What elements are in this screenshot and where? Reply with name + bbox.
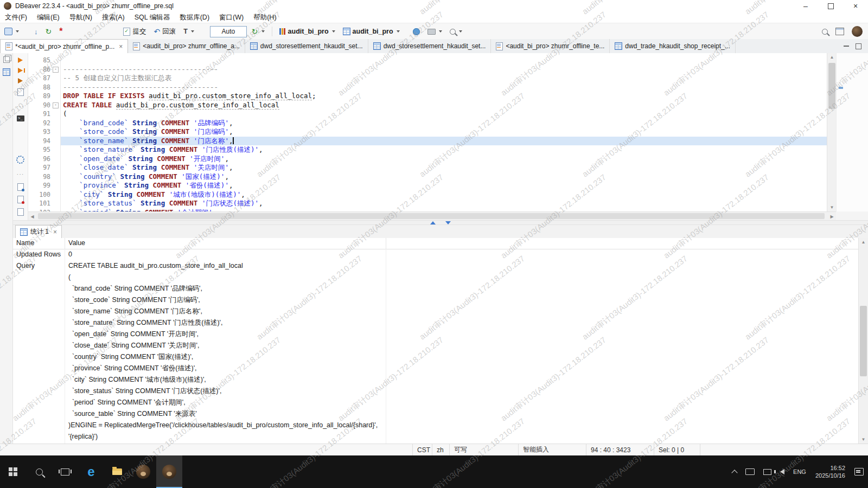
results-cell-value[interactable]: `store_name` String COMMENT '门店名称', (65, 306, 386, 317)
results-col-name[interactable]: Name (13, 238, 65, 249)
overflow-dots-icon[interactable] (17, 169, 24, 178)
results-cell-name[interactable] (13, 306, 65, 317)
editor-tab[interactable]: dwd_storesettlement_hkaudit_set... (245, 39, 368, 53)
dbeaver-avatar-icon[interactable] (852, 26, 863, 37)
code-line[interactable]: `brand_code` String COMMENT '品牌编码', (61, 119, 827, 128)
script-doc-icon[interactable] (17, 183, 24, 191)
refresh-connection-button[interactable]: ↻ (43, 25, 55, 38)
results-cell-value[interactable]: `close_date` String COMMENT '关店时间', (65, 340, 386, 351)
results-cell-name[interactable] (13, 340, 65, 351)
results-cell-value[interactable]: `open_date` String COMMENT '开店时间', (65, 329, 386, 340)
results-row[interactable]: `store_name` String COMMENT '门店名称', (13, 306, 859, 317)
results-row[interactable]: `province` String COMMENT '省份(描述)', (13, 363, 859, 374)
tray-keyboard-button[interactable] (741, 455, 759, 488)
task-view-button[interactable] (52, 455, 78, 488)
results-row[interactable]: `period` String COMMENT '会计期间', (13, 397, 859, 408)
results-row[interactable]: QueryCREATE TABLE audit_bi_pro.custom_st… (13, 260, 859, 272)
maximize-button[interactable] (818, 0, 843, 12)
code-line[interactable]: -------------------------------------- (61, 83, 827, 92)
results-vertical-scrollbar[interactable]: ▲ ▼ (858, 238, 868, 444)
results-cell-value[interactable]: `source_table` String COMMENT '来源表' (65, 408, 386, 420)
menu-item[interactable]: 编辑(E) (32, 12, 65, 23)
code-line[interactable]: `store_name` String COMMENT '门店名称', (61, 137, 827, 146)
settings-gear-icon[interactable] (16, 156, 24, 164)
tray-expand-button[interactable] (728, 455, 741, 488)
print-button[interactable] (425, 25, 445, 38)
code-line[interactable]: -- 5 创建自定义门店主数据汇总表 (61, 74, 827, 83)
notification-center-button[interactable] (850, 455, 868, 488)
results-cell-value[interactable]: `country` String COMMENT '国家(描述)', (65, 351, 386, 363)
database-navigator-icon[interactable] (3, 68, 10, 76)
code-line[interactable]: `store_status` String COMMENT '门店状态(描述)'… (61, 199, 827, 208)
results-cell-name[interactable] (13, 351, 65, 363)
code-line[interactable]: `store_nature` String COMMENT '门店性质(描述)'… (61, 145, 827, 155)
script-error-doc-icon[interactable] (17, 196, 24, 203)
results-row[interactable]: `source_table` String COMMENT '来源表' (13, 408, 859, 420)
sql-terminal-icon[interactable] (17, 115, 24, 121)
editor-tab[interactable]: <audit_bi_pro> zhumr_offline_te... (491, 39, 610, 53)
results-cell-value[interactable]: 0 (65, 249, 386, 260)
results-row[interactable]: `store_nature` String COMMENT '门店性质(描述)'… (13, 317, 859, 329)
results-row[interactable]: `brand_code` String COMMENT '品牌编码', (13, 283, 859, 294)
results-col-value[interactable]: Value (65, 238, 386, 249)
start-button[interactable] (0, 455, 26, 488)
results-cell-value[interactable]: `store_code` String COMMENT '门店编码', (65, 294, 386, 306)
editor-tab[interactable]: <audit_bi_pro> zhumr_offline_a... (128, 39, 245, 53)
results-row[interactable]: ( (13, 272, 859, 283)
results-row[interactable]: `country` String COMMENT '国家(描述)', (13, 351, 859, 363)
minimize-panel-icon[interactable] (844, 46, 849, 47)
code-line[interactable]: `store_code` String COMMENT '门店编码', (61, 127, 827, 137)
code-line[interactable]: ( (61, 110, 827, 119)
results-cell-name[interactable]: Updated Rows (13, 249, 65, 260)
schema-selector[interactable]: audit_bi_pro (340, 25, 403, 38)
connection-selector-button[interactable] (2, 25, 22, 38)
results-cell-name[interactable] (13, 363, 65, 374)
transaction-mode-button[interactable]: T (181, 25, 197, 38)
collapse-up-icon[interactable] (430, 221, 436, 224)
code-line[interactable]: `close_date` String COMMENT '关店时间', (61, 163, 827, 172)
menu-item[interactable]: SQL 编辑器 (130, 12, 175, 23)
taskbar-explorer-button[interactable] (104, 455, 130, 488)
code-area[interactable]: ----------------------------------------… (61, 53, 827, 211)
search-button[interactable] (447, 25, 465, 38)
scroll-right-icon[interactable]: ▶ (828, 212, 836, 221)
code-line[interactable]: `country` String COMMENT '国家(描述)', (61, 172, 827, 182)
tray-volume-button[interactable] (776, 455, 789, 488)
taskbar-dbeaver-button[interactable] (130, 455, 156, 488)
menu-item[interactable]: 文件(F) (0, 12, 32, 23)
results-cell-value[interactable]: )ENGINE = ReplicatedMergeTree('/clickhou… (65, 420, 386, 431)
execute-new-tab-icon[interactable] (18, 78, 23, 84)
results-cell-value[interactable]: CREATE TABLE audit_bi_pro.custom_store_i… (65, 260, 386, 272)
code-line[interactable]: -------------------------------------- (61, 65, 827, 74)
transaction-log-button[interactable]: ↻ (249, 25, 267, 38)
taskbar-edge-button[interactable]: e (78, 455, 104, 488)
scroll-up-icon[interactable]: ▲ (859, 238, 868, 246)
results-cell-value[interactable]: `store_nature` String COMMENT '门店性质(描述)'… (65, 317, 386, 329)
results-cell-name[interactable] (13, 294, 65, 306)
results-vscroll-thumb[interactable] (860, 306, 867, 376)
rollback-button[interactable]: ↶ 回滚 (151, 25, 178, 38)
editor-tab[interactable]: *<audit_bi_pro> zhumr_offline_p...× (0, 39, 128, 54)
results-tab-statistics[interactable]: 统计 1 × (15, 225, 62, 238)
scroll-left-icon[interactable]: ◀ (28, 212, 36, 221)
results-cell-name[interactable] (13, 386, 65, 397)
code-line[interactable]: DROP TABLE IF EXISTS audit_bi_pro.custom… (61, 92, 827, 101)
code-line[interactable]: `city` String COMMENT '城市(地级市)(描述)', (61, 190, 827, 200)
minimize-button[interactable]: – (793, 0, 818, 12)
database-selector[interactable]: audit_bi_pro (277, 25, 338, 38)
editor-horizontal-scrollbar[interactable]: ◀ ▶ (28, 211, 836, 221)
script-plain-doc-icon[interactable] (17, 208, 24, 216)
perspective-icon[interactable] (835, 28, 844, 35)
results-cell-name[interactable] (13, 283, 65, 294)
results-cell-name[interactable] (13, 329, 65, 340)
code-line[interactable]: CREATE TABLE audit_bi_pro.custom_store_i… (61, 101, 827, 110)
close-icon[interactable]: × (53, 228, 57, 236)
results-row[interactable]: `city` String COMMENT '城市(地级市)(描述)', (13, 374, 859, 386)
results-row[interactable]: '{replica}') (13, 431, 859, 442)
splitter[interactable] (13, 220, 868, 225)
results-cell-value[interactable]: '{replica}') (65, 431, 386, 442)
results-cell-name[interactable] (13, 431, 65, 442)
results-cell-value[interactable]: `city` String COMMENT '城市(地级市)(描述)', (65, 374, 386, 386)
execute-statement-icon[interactable] (18, 57, 23, 63)
editor-tab[interactable]: dwd_trade_hkaudit_shop_receipt_... (610, 39, 735, 53)
